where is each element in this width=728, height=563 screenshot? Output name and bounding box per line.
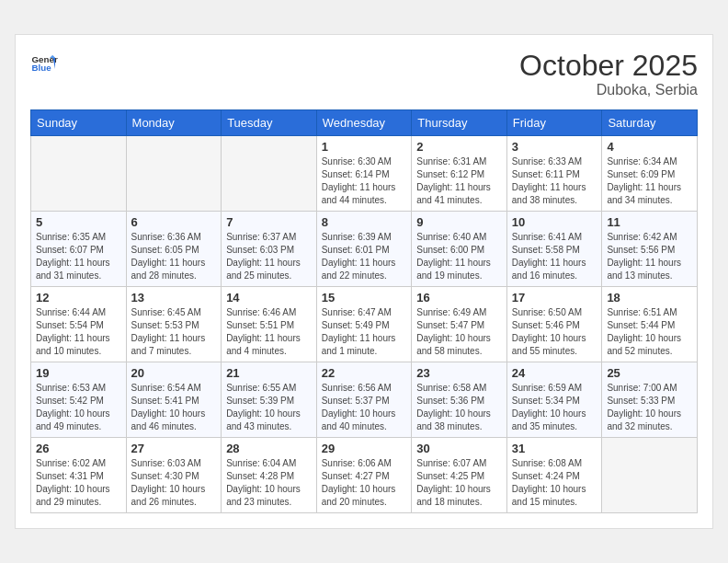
calendar-cell: 14Sunrise: 6:46 AM Sunset: 5:51 PM Dayli… — [222, 287, 317, 362]
day-info: Sunrise: 6:42 AM Sunset: 5:56 PM Dayligh… — [607, 231, 692, 282]
calendar-cell: 10Sunrise: 6:41 AM Sunset: 5:58 PM Dayli… — [506, 212, 602, 287]
header: General Blue October 2025 Duboka, Serbia — [30, 50, 698, 98]
day-number: 24 — [512, 366, 597, 380]
weekday-header-saturday: Saturday — [602, 110, 698, 136]
day-number: 20 — [131, 366, 217, 380]
day-number: 30 — [416, 442, 502, 455]
calendar-cell: 24Sunrise: 6:59 AM Sunset: 5:34 PM Dayli… — [506, 362, 602, 438]
calendar-cell: 31Sunrise: 6:08 AM Sunset: 4:24 PM Dayli… — [506, 438, 602, 513]
svg-text:Blue: Blue — [32, 62, 52, 72]
day-info: Sunrise: 6:02 AM Sunset: 4:31 PM Dayligh… — [36, 457, 121, 509]
weekday-header-monday: Monday — [126, 110, 222, 136]
day-number: 14 — [226, 291, 312, 304]
day-number: 2 — [416, 140, 502, 154]
day-number: 18 — [607, 291, 692, 304]
day-number: 11 — [607, 215, 692, 229]
calendar-cell: 18Sunrise: 6:51 AM Sunset: 5:44 PM Dayli… — [602, 287, 698, 362]
calendar-cell: 1Sunrise: 6:30 AM Sunset: 6:14 PM Daylig… — [316, 136, 412, 212]
day-number: 12 — [36, 291, 121, 304]
day-info: Sunrise: 6:49 AM Sunset: 5:47 PM Dayligh… — [416, 306, 502, 358]
day-info: Sunrise: 7:00 AM Sunset: 5:33 PM Dayligh… — [607, 382, 692, 433]
weekday-header-thursday: Thursday — [412, 110, 507, 136]
day-info: Sunrise: 6:59 AM Sunset: 5:34 PM Dayligh… — [512, 382, 597, 433]
day-info: Sunrise: 6:08 AM Sunset: 4:24 PM Dayligh… — [512, 457, 597, 509]
calendar-cell: 23Sunrise: 6:58 AM Sunset: 5:36 PM Dayli… — [412, 362, 507, 438]
week-row-2: 5Sunrise: 6:35 AM Sunset: 6:07 PM Daylig… — [31, 212, 698, 287]
day-number: 3 — [512, 140, 597, 154]
week-row-4: 19Sunrise: 6:53 AM Sunset: 5:42 PM Dayli… — [31, 362, 698, 438]
calendar-cell: 25Sunrise: 7:00 AM Sunset: 5:33 PM Dayli… — [602, 362, 698, 438]
day-info: Sunrise: 6:06 AM Sunset: 4:27 PM Dayligh… — [322, 457, 407, 509]
day-info: Sunrise: 6:04 AM Sunset: 4:28 PM Dayligh… — [226, 457, 312, 509]
day-info: Sunrise: 6:33 AM Sunset: 6:11 PM Dayligh… — [512, 155, 597, 207]
calendar-cell — [126, 136, 222, 212]
calendar-cell: 20Sunrise: 6:54 AM Sunset: 5:41 PM Dayli… — [126, 362, 222, 438]
day-number: 8 — [322, 215, 407, 229]
day-number: 22 — [322, 366, 407, 380]
day-number: 23 — [416, 366, 502, 380]
calendar-cell — [602, 438, 698, 513]
day-info: Sunrise: 6:07 AM Sunset: 4:25 PM Dayligh… — [416, 457, 502, 509]
location-title: Duboka, Serbia — [519, 82, 698, 98]
day-info: Sunrise: 6:34 AM Sunset: 6:09 PM Dayligh… — [607, 155, 692, 207]
day-info: Sunrise: 6:44 AM Sunset: 5:54 PM Dayligh… — [36, 306, 121, 358]
day-number: 27 — [131, 442, 217, 455]
day-info: Sunrise: 6:56 AM Sunset: 5:37 PM Dayligh… — [322, 382, 407, 433]
day-number: 5 — [36, 215, 121, 229]
weekday-header-tuesday: Tuesday — [222, 110, 317, 136]
week-row-3: 12Sunrise: 6:44 AM Sunset: 5:54 PM Dayli… — [31, 287, 698, 362]
calendar-cell: 26Sunrise: 6:02 AM Sunset: 4:31 PM Dayli… — [31, 438, 127, 513]
calendar-cell: 9Sunrise: 6:40 AM Sunset: 6:00 PM Daylig… — [412, 212, 507, 287]
weekday-header-wednesday: Wednesday — [316, 110, 412, 136]
calendar-cell: 17Sunrise: 6:50 AM Sunset: 5:46 PM Dayli… — [506, 287, 602, 362]
day-info: Sunrise: 6:50 AM Sunset: 5:46 PM Dayligh… — [512, 306, 597, 358]
day-info: Sunrise: 6:41 AM Sunset: 5:58 PM Dayligh… — [512, 231, 597, 282]
calendar-cell: 29Sunrise: 6:06 AM Sunset: 4:27 PM Dayli… — [316, 438, 412, 513]
calendar-cell: 5Sunrise: 6:35 AM Sunset: 6:07 PM Daylig… — [31, 212, 127, 287]
day-number: 19 — [36, 366, 121, 380]
day-number: 9 — [416, 215, 502, 229]
calendar-container: General Blue October 2025 Duboka, Serbia… — [15, 34, 713, 529]
day-info: Sunrise: 6:37 AM Sunset: 6:03 PM Dayligh… — [226, 231, 312, 282]
day-number: 15 — [322, 291, 407, 304]
day-info: Sunrise: 6:55 AM Sunset: 5:39 PM Dayligh… — [226, 382, 312, 433]
calendar-cell: 16Sunrise: 6:49 AM Sunset: 5:47 PM Dayli… — [412, 287, 507, 362]
weekday-header-friday: Friday — [506, 110, 602, 136]
calendar-cell: 28Sunrise: 6:04 AM Sunset: 4:28 PM Dayli… — [222, 438, 317, 513]
day-info: Sunrise: 6:53 AM Sunset: 5:42 PM Dayligh… — [36, 382, 121, 433]
calendar-cell: 21Sunrise: 6:55 AM Sunset: 5:39 PM Dayli… — [222, 362, 317, 438]
day-number: 16 — [416, 291, 502, 304]
calendar-cell — [31, 136, 127, 212]
day-info: Sunrise: 6:58 AM Sunset: 5:36 PM Dayligh… — [416, 382, 502, 433]
day-number: 10 — [512, 215, 597, 229]
day-info: Sunrise: 6:40 AM Sunset: 6:00 PM Dayligh… — [416, 231, 502, 282]
calendar-cell: 11Sunrise: 6:42 AM Sunset: 5:56 PM Dayli… — [602, 212, 698, 287]
week-row-5: 26Sunrise: 6:02 AM Sunset: 4:31 PM Dayli… — [31, 438, 698, 513]
day-number: 17 — [512, 291, 597, 304]
calendar-cell: 8Sunrise: 6:39 AM Sunset: 6:01 PM Daylig… — [316, 212, 412, 287]
calendar-cell: 13Sunrise: 6:45 AM Sunset: 5:53 PM Dayli… — [126, 287, 222, 362]
day-number: 13 — [131, 291, 217, 304]
day-info: Sunrise: 6:54 AM Sunset: 5:41 PM Dayligh… — [131, 382, 217, 433]
calendar-cell: 15Sunrise: 6:47 AM Sunset: 5:49 PM Dayli… — [316, 287, 412, 362]
header-row: SundayMondayTuesdayWednesdayThursdayFrid… — [31, 110, 698, 136]
day-info: Sunrise: 6:51 AM Sunset: 5:44 PM Dayligh… — [607, 306, 692, 358]
day-info: Sunrise: 6:39 AM Sunset: 6:01 PM Dayligh… — [322, 231, 407, 282]
calendar-cell: 7Sunrise: 6:37 AM Sunset: 6:03 PM Daylig… — [222, 212, 317, 287]
calendar-cell: 3Sunrise: 6:33 AM Sunset: 6:11 PM Daylig… — [506, 136, 602, 212]
day-info: Sunrise: 6:30 AM Sunset: 6:14 PM Dayligh… — [322, 155, 407, 207]
day-info: Sunrise: 6:45 AM Sunset: 5:53 PM Dayligh… — [131, 306, 217, 358]
logo-icon: General Blue — [30, 50, 58, 77]
day-info: Sunrise: 6:47 AM Sunset: 5:49 PM Dayligh… — [322, 306, 407, 358]
day-info: Sunrise: 6:31 AM Sunset: 6:12 PM Dayligh… — [416, 155, 502, 207]
day-number: 29 — [322, 442, 407, 455]
calendar-cell: 19Sunrise: 6:53 AM Sunset: 5:42 PM Dayli… — [31, 362, 127, 438]
day-number: 4 — [607, 140, 692, 154]
day-info: Sunrise: 6:46 AM Sunset: 5:51 PM Dayligh… — [226, 306, 312, 358]
day-number: 26 — [36, 442, 121, 455]
day-info: Sunrise: 6:03 AM Sunset: 4:30 PM Dayligh… — [131, 457, 217, 509]
calendar-cell: 2Sunrise: 6:31 AM Sunset: 6:12 PM Daylig… — [412, 136, 507, 212]
day-number: 21 — [226, 366, 312, 380]
month-title: October 2025 — [519, 50, 698, 82]
day-number: 7 — [226, 215, 312, 229]
